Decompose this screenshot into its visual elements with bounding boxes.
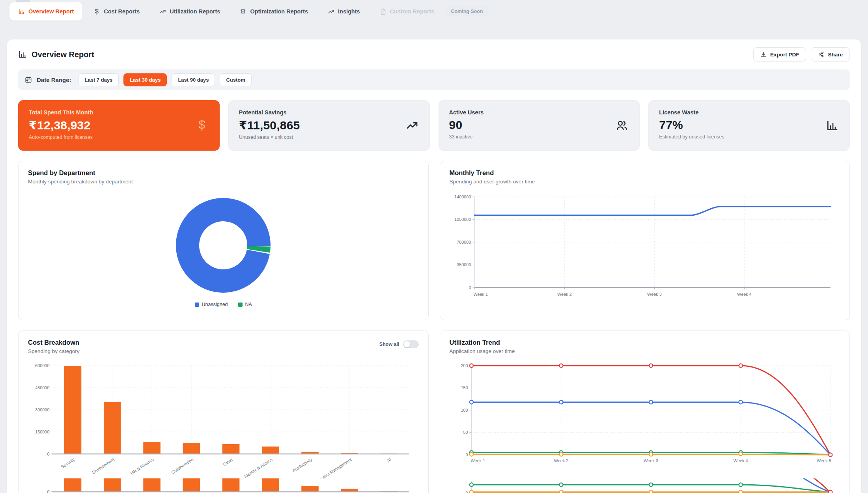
tab-cost-reports[interactable]: Cost Reports xyxy=(85,2,148,21)
tab-label: Cost Reports xyxy=(104,8,140,15)
svg-text:350000: 350000 xyxy=(457,262,471,267)
tab-label: Optimization Reports xyxy=(250,8,308,15)
svg-text:1400000: 1400000 xyxy=(454,194,471,199)
donut-legend: Unassigned NA xyxy=(28,302,419,307)
tab-label: Overview Report xyxy=(28,8,74,15)
file-icon xyxy=(380,8,386,15)
share-button[interactable]: Share xyxy=(811,47,850,62)
kpi-row: Total Spend This Month ₹12,38,932 Auto-c… xyxy=(18,100,850,151)
panel-title: Utilization Trend xyxy=(450,339,515,346)
tab-insights[interactable]: Insights xyxy=(319,2,369,21)
coming-soon-badge: Coming Soon xyxy=(446,6,487,17)
monthly-trend-panel: Monthly Trend Spending and user growth o… xyxy=(440,161,850,320)
kpi-potential-savings: Potential Savings ₹11,50,865 Unused seat… xyxy=(228,100,430,151)
svg-text:Week 4: Week 4 xyxy=(737,292,752,297)
trending-up-icon xyxy=(159,8,166,15)
overview-report-card: Overview Report Export PDF Share Date Ra… xyxy=(7,39,861,493)
bar-chart-icon xyxy=(826,119,838,132)
users-icon xyxy=(616,119,628,132)
svg-text:100: 100 xyxy=(461,408,468,413)
kpi-active-users: Active Users 90 33 inactive xyxy=(439,100,640,151)
trending-up-icon xyxy=(328,8,334,15)
svg-text:Week 4: Week 4 xyxy=(733,458,748,463)
gear-icon: ⚙ xyxy=(240,8,246,15)
svg-text:200: 200 xyxy=(461,363,468,368)
date-pill-last-30-days[interactable]: Last 30 days xyxy=(123,73,167,86)
svg-text:1050000: 1050000 xyxy=(454,217,471,222)
date-pill-last-90-days[interactable]: Last 90 days xyxy=(172,73,215,86)
bar-chart-icon xyxy=(18,8,25,15)
svg-text:700000: 700000 xyxy=(457,240,471,245)
tab-optimization-reports[interactable]: ⚙ Optimization Reports xyxy=(231,2,317,21)
trending-up-icon xyxy=(406,119,418,132)
legend-item-na: NA xyxy=(238,302,252,307)
svg-text:150000: 150000 xyxy=(35,430,49,434)
cost-breakdown-bar-chart: 0150000300000450000600000SecurityDevelop… xyxy=(28,360,419,478)
utilization-trend-line-chart-secondary: 0Week 1Week 2Week 3Week 4Week 5 xyxy=(450,478,840,493)
svg-text:600000: 600000 xyxy=(35,363,49,368)
svg-text:Other: Other xyxy=(222,457,234,467)
svg-text:150: 150 xyxy=(461,385,468,390)
show-all-label: Show all xyxy=(379,342,399,347)
report-header: Overview Report Export PDF Share xyxy=(18,47,850,62)
monthly-trend-line-chart: 035000070000010500001400000Week 1Week 2W… xyxy=(450,190,840,309)
header-actions: Export PDF Share xyxy=(753,47,850,62)
panel-title: Monthly Trend xyxy=(450,169,535,177)
svg-text:Week 2: Week 2 xyxy=(554,458,568,463)
svg-text:300000: 300000 xyxy=(35,407,49,412)
panels-row-2: Cost Breakdown Spending by category Show… xyxy=(18,331,850,493)
svg-text:Project Management: Project Management xyxy=(317,457,353,478)
report-tabbar: Overview Report Cost Reports Utilization… xyxy=(0,0,868,23)
svg-text:450000: 450000 xyxy=(35,385,49,390)
svg-text:Week 2: Week 2 xyxy=(557,292,572,297)
show-all-toggle[interactable] xyxy=(403,340,419,348)
panel-title: Cost Breakdown xyxy=(28,339,80,346)
svg-text:Collaboration: Collaboration xyxy=(170,457,194,475)
svg-text:HR & Finance: HR & Finance xyxy=(130,457,155,476)
date-pill-custom[interactable]: Custom xyxy=(220,73,251,86)
page-title: Overview Report xyxy=(18,50,94,59)
tab-label: Custom Reports xyxy=(390,8,435,15)
svg-text:Productivity: Productivity xyxy=(291,457,313,473)
kpi-license-waste: License Waste 77% Estimated by unused li… xyxy=(648,100,850,151)
bar-chart-icon xyxy=(18,50,27,59)
svg-text:Development: Development xyxy=(91,457,115,475)
share-icon xyxy=(818,51,824,58)
date-pill-last-7-days[interactable]: Last 7 days xyxy=(78,73,119,86)
svg-text:0: 0 xyxy=(47,489,49,493)
tab-custom-reports: Custom Reports xyxy=(371,2,443,21)
date-range-bar: Date Range: Last 7 days Last 30 days Las… xyxy=(18,69,850,90)
tab-label: Utilization Reports xyxy=(170,8,220,15)
svg-text:Week 3: Week 3 xyxy=(647,292,662,297)
panel-subtitle: Monthly spending breakdown by department xyxy=(28,179,133,185)
svg-text:Security: Security xyxy=(60,457,76,469)
tab-overview-report[interactable]: Overview Report xyxy=(9,2,82,21)
spend-by-department-donut-chart xyxy=(168,190,278,301)
svg-text:Week 1: Week 1 xyxy=(473,292,488,297)
legend-swatch xyxy=(238,303,243,307)
download-icon xyxy=(760,51,767,58)
panel-title: Spend by Department xyxy=(28,169,133,177)
svg-text:0: 0 xyxy=(47,452,49,456)
svg-text:0: 0 xyxy=(469,285,471,290)
calendar-icon xyxy=(25,76,32,83)
tab-label: Insights xyxy=(338,8,360,15)
tab-utilization-reports[interactable]: Utilization Reports xyxy=(151,2,229,21)
panels-row-1: Spend by Department Monthly spending bre… xyxy=(18,161,850,320)
svg-text:Identity & Access: Identity & Access xyxy=(243,457,273,478)
legend-item-unassigned: Unassigned xyxy=(195,302,228,307)
svg-text:Week 5: Week 5 xyxy=(817,458,831,463)
svg-text:Week 3: Week 3 xyxy=(644,458,658,463)
panel-subtitle: Application usage over time xyxy=(450,348,515,354)
utilization-trend-panel: Utilization Trend Application usage over… xyxy=(440,331,850,493)
dollar-icon xyxy=(93,8,100,15)
legend-swatch xyxy=(195,303,199,307)
date-range-label: Date Range: xyxy=(37,77,71,83)
export-pdf-button[interactable]: Export PDF xyxy=(753,47,806,62)
cost-breakdown-bar-chart-secondary: 0SecurityDevelopmentHR & FinanceCollabor… xyxy=(28,478,419,493)
svg-text:0: 0 xyxy=(465,452,468,457)
svg-text:AI: AI xyxy=(386,457,392,463)
toggle-knob xyxy=(404,341,410,347)
utilization-trend-line-chart: 050100150200Week 1Week 2Week 3Week 4Week… xyxy=(450,360,840,478)
kpi-total-spend: Total Spend This Month ₹12,38,932 Auto-c… xyxy=(18,100,220,151)
